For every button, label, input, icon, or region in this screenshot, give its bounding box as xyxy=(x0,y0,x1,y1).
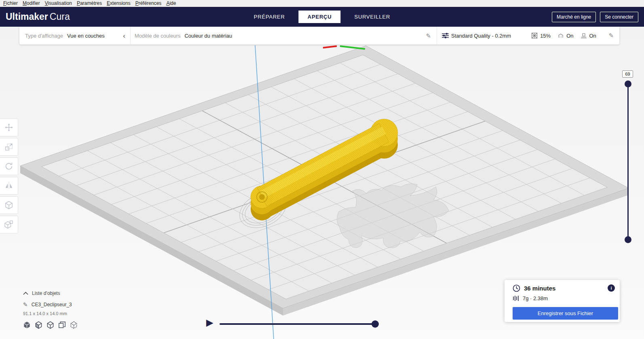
save-to-file-button[interactable]: Enregistrer sous Fichier xyxy=(513,307,618,320)
adhesion-icon xyxy=(581,32,587,39)
display-type-selector[interactable]: Type d'affichage Vue en couches ‹ xyxy=(19,27,130,44)
print-settings-panel[interactable]: Standard Quality - 0.2mm 15% On xyxy=(437,27,619,44)
rotate-icon xyxy=(4,162,13,171)
object-list-item[interactable]: ✎ CE3_Declipseur_3 xyxy=(23,301,78,308)
adhesion-group: On xyxy=(581,32,596,39)
adhesion-value: On xyxy=(589,33,596,39)
mirror-tool-button[interactable] xyxy=(0,177,18,195)
menu-extensions[interactable]: Extensions xyxy=(104,0,133,7)
scale-icon xyxy=(4,142,13,151)
menu-fichier[interactable]: Fichier xyxy=(1,0,20,7)
info-icon[interactable]: i xyxy=(608,284,615,292)
material-usage: 7g · 2.38m xyxy=(523,295,548,301)
object-icon-row xyxy=(23,321,78,329)
layer-slider-handle-bottom[interactable] xyxy=(625,236,631,243)
layer-slider-handle-top[interactable] xyxy=(625,81,631,87)
app-header: UltimakerCura PRÉPARER APERÇU SURVEILLER… xyxy=(0,7,644,27)
profile-value: Standard Quality - 0.2mm xyxy=(451,33,511,39)
color-scheme-selector[interactable]: Modèle de couleurs Couleur du matériau ✎ xyxy=(131,27,437,44)
view-settings-bar: Type d'affichage Vue en couches ‹ Modèle… xyxy=(19,27,619,44)
tab-apercu[interactable]: APERÇU xyxy=(299,11,341,23)
tab-preparer[interactable]: PRÉPARER xyxy=(245,11,294,23)
cube-icon-1[interactable] xyxy=(23,321,31,329)
tool-column xyxy=(0,119,18,233)
move-tool-button[interactable] xyxy=(0,119,18,136)
chevron-up-icon xyxy=(23,292,28,295)
object-list-panel: Liste d'objets ✎ CE3_Declipseur_3 91.1 x… xyxy=(23,285,78,329)
infill-group: 15% xyxy=(531,32,551,39)
edit-print-settings-pencil-icon[interactable]: ✎ xyxy=(608,32,614,39)
tab-surveiller[interactable]: SURVEILLER xyxy=(345,11,399,23)
cube-icon-3[interactable] xyxy=(46,321,54,329)
layer-number-badge: 69 xyxy=(622,70,633,78)
color-scheme-value: Couleur du matériau xyxy=(184,33,232,39)
per-model-settings-icon xyxy=(4,201,13,210)
menu-bar: Fichier Modifier Visualisation Paramètre… xyxy=(0,0,644,7)
profile-group: Standard Quality - 0.2mm xyxy=(442,33,511,39)
object-name: CE3_Declipseur_3 xyxy=(32,302,72,307)
support-blocker-button[interactable] xyxy=(0,216,18,233)
display-type-value: Vue en couches xyxy=(67,33,105,39)
support-blocker-icon xyxy=(4,220,13,229)
object-dimensions: 91.1 x 14.0 x 14.0 mm xyxy=(23,311,78,316)
menu-visualisation[interactable]: Visualisation xyxy=(42,0,74,7)
layer-slider-track[interactable] xyxy=(627,81,629,243)
menu-parametres[interactable]: Paramètres xyxy=(74,0,104,7)
logo-cura: Cura xyxy=(50,11,70,22)
scale-tool-button[interactable] xyxy=(0,138,18,156)
profile-sliders-icon xyxy=(442,33,449,38)
clock-icon xyxy=(513,284,520,292)
material-usage-icon xyxy=(513,295,519,301)
stage-tabs: PRÉPARER APERÇU SURVEILLER xyxy=(245,7,399,27)
cube-icon-4[interactable] xyxy=(58,321,66,329)
per-model-settings-button[interactable] xyxy=(0,196,18,214)
play-icon[interactable]: ▶ xyxy=(206,318,213,327)
axis-x-red xyxy=(323,46,337,48)
rename-pencil-icon[interactable]: ✎ xyxy=(23,301,28,308)
cube-icon-5[interactable] xyxy=(70,321,78,329)
display-type-label: Type d'affichage xyxy=(25,33,63,39)
infill-value: 15% xyxy=(540,33,551,39)
collapse-chevron-left-icon[interactable]: ‹ xyxy=(123,32,125,39)
app-logo: UltimakerCura xyxy=(6,11,70,22)
support-group: On xyxy=(557,32,573,39)
move-icon xyxy=(4,123,13,132)
object-list-toggle[interactable]: Liste d'objets xyxy=(23,290,78,296)
menu-modifier[interactable]: Modifier xyxy=(20,0,42,7)
support-value: On xyxy=(566,33,573,39)
print-time: 36 minutes xyxy=(524,285,555,292)
mirror-icon xyxy=(4,181,13,190)
logo-ultimaker: Ultimaker xyxy=(6,11,48,22)
simulation-slider-track[interactable] xyxy=(220,323,376,325)
print-summary-card: 36 minutes i 7g · 2.38m Enregistrer sous… xyxy=(505,280,620,322)
support-icon xyxy=(557,32,564,39)
menu-preferences[interactable]: Préférences xyxy=(133,0,164,7)
marketplace-button[interactable]: Marché en ligne xyxy=(552,12,596,22)
sign-in-button[interactable]: Se connecter xyxy=(600,12,638,22)
color-scheme-label: Modèle de couleurs xyxy=(135,33,180,39)
simulation-slider-handle[interactable] xyxy=(372,320,379,328)
rotate-tool-button[interactable] xyxy=(0,157,18,175)
infill-icon xyxy=(531,32,538,39)
viewport-3d: Type d'affichage Vue en couches ‹ Modèle… xyxy=(0,27,644,339)
header-actions: Marché en ligne Se connecter xyxy=(552,12,638,22)
object-list-label: Liste d'objets xyxy=(32,290,60,296)
cube-icon-2[interactable] xyxy=(35,321,42,329)
menu-aide[interactable]: Aide xyxy=(164,0,178,7)
edit-view-pencil-icon[interactable]: ✎ xyxy=(426,33,431,39)
